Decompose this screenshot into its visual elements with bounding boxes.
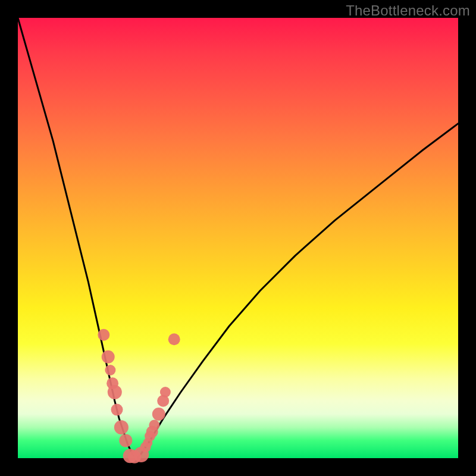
marker-cluster	[98, 329, 180, 464]
marker-point	[160, 387, 171, 397]
bottleneck-curve-path	[18, 18, 458, 458]
marker-point	[108, 385, 122, 399]
bottleneck-curve	[18, 18, 458, 458]
marker-point	[114, 420, 129, 434]
marker-point	[152, 408, 165, 421]
marker-point	[98, 329, 109, 341]
chart-frame: TheBottleneck.com	[0, 0, 476, 476]
chart-overlay-svg	[0, 0, 476, 476]
marker-point	[102, 350, 115, 364]
marker-point	[105, 365, 115, 375]
marker-point	[119, 434, 132, 447]
marker-point	[111, 404, 123, 416]
marker-point	[168, 333, 180, 345]
marker-point	[149, 420, 159, 431]
